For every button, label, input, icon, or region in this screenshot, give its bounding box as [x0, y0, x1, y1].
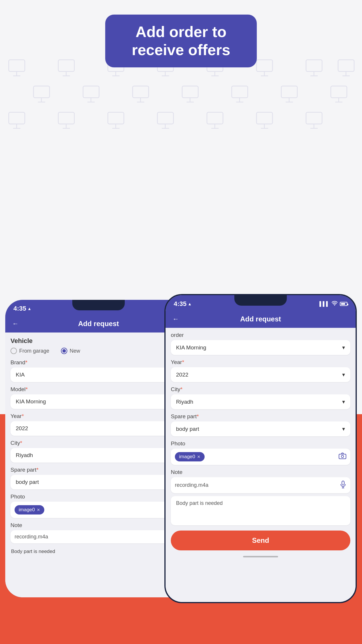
- back-button-left[interactable]: ←: [12, 320, 19, 328]
- vehicle-section-title: Vehicle: [10, 337, 187, 345]
- camera-icon-right[interactable]: [339, 453, 346, 461]
- svg-rect-68: [342, 481, 344, 485]
- city-label-right: City*: [171, 386, 350, 393]
- remove-photo-right[interactable]: ✕: [197, 454, 201, 459]
- wifi-icon: [332, 301, 338, 307]
- note-input-right[interactable]: recording.m4a: [171, 477, 350, 493]
- model-select[interactable]: KIA Morning ▾: [171, 340, 350, 355]
- photo-label-left: Photo: [10, 494, 187, 500]
- back-button-right[interactable]: ←: [173, 315, 179, 323]
- spare-part-label-left: Spare part*: [10, 467, 187, 473]
- city-input[interactable]: Riyadh: [10, 448, 187, 463]
- model-input[interactable]: KIA Morning: [10, 394, 187, 409]
- notch-left: [72, 300, 125, 310]
- mic-icon-right[interactable]: [340, 481, 346, 490]
- svg-point-67: [341, 455, 344, 458]
- photo-tag-left[interactable]: image0 ✕: [15, 505, 44, 514]
- city-chevron: ▾: [342, 398, 345, 405]
- notch-right: [234, 295, 287, 306]
- screen-title-right: Add request: [240, 315, 281, 323]
- battery-icon: [340, 302, 347, 306]
- model-required: *: [26, 386, 28, 392]
- phone-left: 4:35 ▲ ← Add request Vehicle From garage: [5, 300, 192, 597]
- model-select-value: KIA Morning: [176, 344, 206, 351]
- note-label-left: Note: [10, 522, 187, 528]
- spare-part-chevron: ▾: [342, 426, 345, 432]
- location-icon-right: ▲: [188, 302, 192, 306]
- location-icon-left: ▲: [27, 306, 31, 311]
- body-text-left: Body part is needed: [10, 546, 187, 557]
- brand-input[interactable]: KIA: [10, 368, 187, 382]
- spare-part-input[interactable]: body part: [10, 475, 187, 489]
- photo-label-right: Photo: [171, 440, 350, 447]
- year-label-right: Year*: [171, 359, 350, 365]
- home-indicator: [171, 552, 350, 561]
- banner-title: Add order to receive offers: [123, 23, 239, 59]
- brand-required: *: [25, 359, 27, 365]
- time-right: 4:35 ▲: [174, 300, 192, 308]
- new-label: New: [70, 348, 80, 354]
- app-header-left: ← Add request: [5, 315, 192, 332]
- order-label: order: [171, 332, 350, 338]
- content-right: order KIA Morning ▾ Year* 2022 ▾ City* R…: [166, 328, 356, 602]
- photo-field-right[interactable]: image0 ✕: [171, 449, 350, 465]
- vehicle-radio-group[interactable]: From garage New: [10, 348, 187, 354]
- city-label-left: City*: [10, 440, 187, 446]
- model-chevron: ▾: [342, 344, 345, 351]
- spare-part-label-right: Spare part*: [171, 413, 350, 420]
- note-input-left[interactable]: recording.m4a: [10, 530, 187, 543]
- body-text-area[interactable]: Body part is needed: [171, 496, 350, 525]
- screen-title-left: Add request: [78, 320, 119, 328]
- spare-part-select[interactable]: body part ▾: [171, 421, 350, 436]
- year-input[interactable]: 2022: [10, 421, 187, 436]
- new-option[interactable]: New: [61, 348, 80, 354]
- from-garage-option[interactable]: From garage: [10, 348, 49, 354]
- year-select-value: 2022: [176, 372, 188, 378]
- note-label-right: Note: [171, 469, 350, 475]
- new-radio[interactable]: [61, 348, 67, 354]
- header-banner: Add order to receive offers: [105, 15, 257, 67]
- from-garage-radio[interactable]: [10, 348, 17, 354]
- remove-photo-left[interactable]: ✕: [37, 508, 40, 512]
- from-garage-label: From garage: [19, 348, 49, 354]
- year-chevron: ▾: [342, 371, 345, 378]
- year-select[interactable]: 2022 ▾: [171, 367, 350, 382]
- signal-icon: ▌▌▌: [319, 301, 329, 307]
- brand-label: Brand*: [10, 359, 187, 366]
- city-select[interactable]: Riyadh ▾: [171, 394, 350, 409]
- svg-rect-66: [339, 454, 346, 459]
- content-left: Vehicle From garage New Brand* KIA: [5, 332, 192, 597]
- city-select-value: Riyadh: [176, 399, 193, 405]
- photo-tag-right[interactable]: image0 ✕: [175, 452, 205, 461]
- time-left: 4:35 ▲: [13, 305, 31, 312]
- year-required: *: [22, 413, 24, 419]
- model-label: Model*: [10, 386, 187, 393]
- phone-right: 4:35 ▲ ▌▌▌ ← Add request order: [164, 294, 357, 603]
- photo-field-left[interactable]: image0 ✕: [10, 502, 187, 518]
- app-header-right: ← Add request: [166, 310, 356, 328]
- status-icons-right: ▌▌▌: [319, 301, 347, 307]
- year-label: Year*: [10, 413, 187, 419]
- spare-part-select-value: body part: [176, 426, 199, 432]
- send-button[interactable]: Send: [171, 531, 350, 550]
